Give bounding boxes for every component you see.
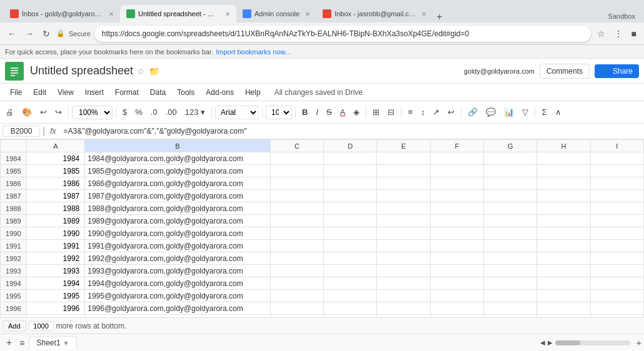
- cell-b[interactable]: 1990@goldyarora.com,goldy@goldyarora.com: [85, 227, 271, 240]
- cell-a[interactable]: 1991: [26, 240, 85, 252]
- table-row[interactable]: 199219921992@goldyarora.com,goldy@goldya…: [1, 252, 644, 265]
- col-header-f[interactable]: F: [430, 140, 483, 152]
- zoom-select[interactable]: 100%: [72, 106, 113, 119]
- table-row[interactable]: 199419941994@goldyarora.com,goldy@goldya…: [1, 277, 644, 290]
- cell-empty[interactable]: [430, 240, 483, 252]
- formula-button[interactable]: Σ: [538, 106, 550, 119]
- cell-empty[interactable]: [537, 227, 590, 240]
- sheet-tab-sheet1[interactable]: Sheet1 ▼: [29, 336, 78, 349]
- filter-button[interactable]: ▽: [519, 106, 531, 119]
- cell-empty[interactable]: [590, 277, 643, 290]
- cell-empty[interactable]: [324, 190, 377, 202]
- cell-empty[interactable]: [270, 190, 323, 202]
- cell-empty[interactable]: [377, 252, 430, 265]
- fill-color-button[interactable]: ◈: [350, 106, 363, 119]
- cell-b[interactable]: 1993@goldyarora.com,goldy@goldyarora.com: [85, 265, 271, 277]
- cell-empty[interactable]: [270, 227, 323, 240]
- cell-a[interactable]: 1995: [26, 290, 85, 302]
- cell-b[interactable]: 1992@goldyarora.com,goldy@goldyarora.com: [85, 252, 271, 265]
- cell-empty[interactable]: [590, 290, 643, 302]
- cell-empty[interactable]: [430, 302, 483, 315]
- share-button[interactable]: 👤 Share: [595, 64, 639, 78]
- cell-b[interactable]: 1986@goldyarora.com,goldy@goldyarora.com: [85, 177, 271, 190]
- cell-empty[interactable]: [324, 290, 377, 302]
- cell-b[interactable]: 1994@goldyarora.com,goldy@goldyarora.com: [85, 277, 271, 290]
- cell-empty[interactable]: [537, 202, 590, 215]
- menu-help[interactable]: Help: [240, 86, 266, 99]
- add-rows-count[interactable]: [29, 321, 54, 331]
- extensions-button[interactable]: ■: [629, 27, 639, 40]
- cell-empty[interactable]: [324, 265, 377, 277]
- borders-button[interactable]: ⊞: [370, 106, 383, 119]
- cell-empty[interactable]: [590, 227, 643, 240]
- cell-empty[interactable]: [270, 240, 323, 252]
- cell-b[interactable]: 1995@goldyarora.com,goldy@goldyarora.com: [85, 290, 271, 302]
- col-header-c[interactable]: C: [270, 140, 323, 152]
- address-input[interactable]: [94, 26, 591, 42]
- col-header-i[interactable]: I: [590, 140, 643, 152]
- cell-empty[interactable]: [484, 277, 537, 290]
- col-header-d[interactable]: D: [324, 140, 377, 152]
- col-header-h[interactable]: H: [537, 140, 590, 152]
- table-row[interactable]: 198619861986@goldyarora.com,goldy@goldya…: [1, 177, 644, 190]
- bold-button[interactable]: B: [299, 106, 311, 119]
- cell-empty[interactable]: [537, 290, 590, 302]
- tab-gmail[interactable]: Inbox - goldy@goldyarora.com ✕: [4, 5, 120, 22]
- cell-empty[interactable]: [377, 302, 430, 315]
- cell-empty[interactable]: [377, 240, 430, 252]
- cell-empty[interactable]: [270, 152, 323, 165]
- cell-empty[interactable]: [377, 202, 430, 215]
- formula-input[interactable]: [61, 126, 642, 136]
- cell-b[interactable]: 1991@goldyarora.com,goldy@goldyarora.com: [85, 240, 271, 252]
- cell-b[interactable]: 1988@goldyarora.com,goldy@goldyarora.com: [85, 202, 271, 215]
- cell-empty[interactable]: [377, 215, 430, 227]
- cell-a[interactable]: 1990: [26, 227, 85, 240]
- cell-empty[interactable]: [484, 240, 537, 252]
- cell-a[interactable]: 1989: [26, 215, 85, 227]
- sheet-tab-dropdown-icon[interactable]: ▼: [63, 340, 69, 347]
- reload-button[interactable]: ↻: [40, 27, 53, 40]
- cell-a[interactable]: 1993: [26, 265, 85, 277]
- table-row[interactable]: 198419841984@goldyarora.com,goldy@goldya…: [1, 152, 644, 165]
- tab-close-admin[interactable]: ✕: [305, 11, 310, 17]
- cell-empty[interactable]: [590, 177, 643, 190]
- tab-close-gmail[interactable]: ✕: [109, 11, 114, 17]
- more-formats-button[interactable]: 123 ▾: [182, 106, 208, 119]
- menu-tools[interactable]: Tools: [172, 86, 199, 99]
- cell-empty[interactable]: [377, 227, 430, 240]
- cell-a[interactable]: 1994: [26, 277, 85, 290]
- tab-admin[interactable]: Admin console ✕: [236, 5, 316, 22]
- tab-sheets[interactable]: Untitled spreadsheet - Google ✕: [120, 5, 236, 22]
- cell-empty[interactable]: [484, 177, 537, 190]
- col-header-b[interactable]: B: [85, 140, 271, 152]
- cell-empty[interactable]: [484, 202, 537, 215]
- star-title-icon[interactable]: ☆: [137, 66, 145, 76]
- cell-b[interactable]: 1987@goldyarora.com,goldy@goldyarora.com: [85, 190, 271, 202]
- cell-empty[interactable]: [270, 215, 323, 227]
- cell-empty[interactable]: [590, 252, 643, 265]
- cell-empty[interactable]: [590, 202, 643, 215]
- cell-a[interactable]: 1996: [26, 302, 85, 315]
- link-button[interactable]: 🔗: [465, 106, 481, 119]
- expand-button[interactable]: ∧: [552, 106, 565, 119]
- cell-empty[interactable]: [324, 277, 377, 290]
- table-row[interactable]: 199519951995@goldyarora.com,goldy@goldya…: [1, 290, 644, 302]
- folder-icon[interactable]: 📁: [149, 66, 159, 76]
- cell-empty[interactable]: [324, 240, 377, 252]
- cell-empty[interactable]: [484, 265, 537, 277]
- comment-button[interactable]: 💬: [483, 106, 499, 119]
- cell-empty[interactable]: [537, 190, 590, 202]
- cell-empty[interactable]: [537, 252, 590, 265]
- scroll-right-button[interactable]: ▶: [548, 339, 553, 346]
- cell-empty[interactable]: [430, 177, 483, 190]
- cell-empty[interactable]: [537, 152, 590, 165]
- print-button[interactable]: 🖨: [3, 106, 17, 119]
- col-header-e[interactable]: E: [377, 140, 430, 152]
- scroll-track[interactable]: [555, 340, 630, 345]
- cell-empty[interactable]: [324, 152, 377, 165]
- scroll-left-button[interactable]: ◀: [540, 339, 545, 346]
- cell-empty[interactable]: [377, 277, 430, 290]
- cell-empty[interactable]: [377, 177, 430, 190]
- cell-b[interactable]: 1996@goldyarora.com,goldy@goldyarora.com: [85, 302, 271, 315]
- align-h-button[interactable]: ≡: [405, 106, 416, 119]
